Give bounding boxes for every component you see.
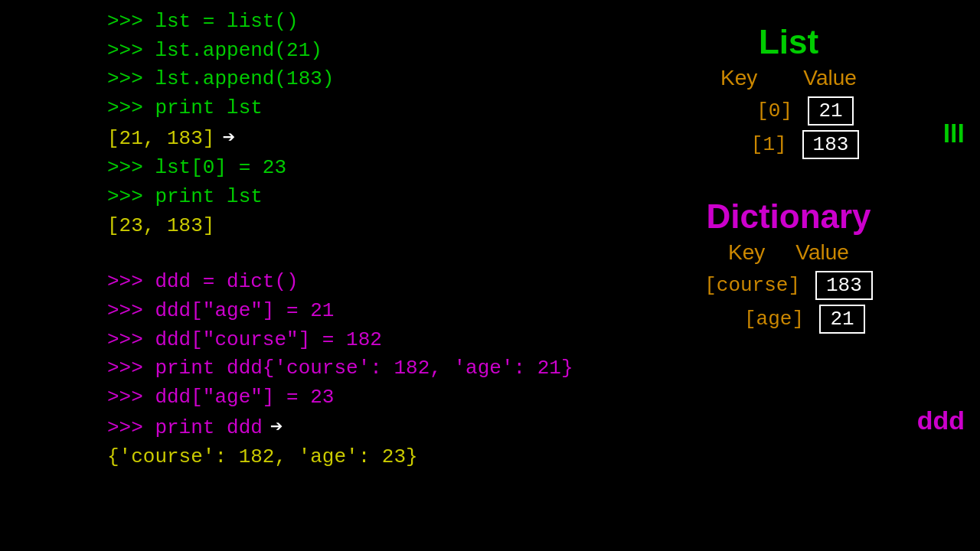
- row-key: [1]: [718, 133, 787, 156]
- dict-rows: [course] 183 [age] 21: [643, 271, 934, 334]
- row-key: [0]: [724, 99, 792, 122]
- code-line: >>> lst.append(21): [107, 37, 590, 66]
- row-value: 21: [808, 96, 854, 126]
- dict-row: [age] 21: [643, 305, 934, 334]
- code-line: >>> lst.append(183): [107, 65, 590, 94]
- code-line: >>> lst = list(): [107, 8, 590, 37]
- dict-col-value: Value: [795, 240, 849, 265]
- code-line: >>> ddd["age"] = 21: [107, 297, 590, 326]
- code-line: >>> print lst: [107, 94, 590, 123]
- list-row: [1] 183: [643, 130, 934, 159]
- row-key: [age]: [712, 308, 804, 331]
- code-line: {'course': 182, 'age': 23}: [107, 443, 590, 472]
- dict-code-block: >>> ddd = dict()>>> ddd["age"] = 21>>> d…: [107, 268, 590, 472]
- list-rows: [0] 21 [1] 183: [643, 96, 934, 159]
- dict-col-headers: Key Value: [643, 240, 934, 265]
- list-title: List: [643, 23, 934, 61]
- list-col-headers: Key Value: [643, 66, 934, 90]
- code-line: [21, 183]➔: [107, 123, 590, 155]
- left-panel: >>> lst = list()>>> lst.append(21)>>> ls…: [107, 8, 590, 472]
- code-line: [23, 183]: [107, 212, 590, 241]
- code-line: >>> print ddd{'course': 182, 'age': 21}: [107, 354, 590, 383]
- dict-row: [course] 183: [643, 271, 934, 300]
- dict-section: Dictionary Key Value [course] 183 [age] …: [643, 197, 934, 334]
- code-line: >>> print lst: [107, 183, 590, 212]
- dict-title: Dictionary: [643, 197, 934, 236]
- list-section: List Key Value [0] 21 [1] 183: [643, 23, 934, 159]
- list-var-label: lll: [943, 119, 965, 148]
- code-line: >>> ddd["age"] = 23: [107, 383, 590, 412]
- code-line: >>> ddd["course"] = 182: [107, 326, 590, 355]
- row-value: 183: [802, 130, 860, 159]
- dict-col-key: Key: [728, 240, 765, 265]
- dict-var-label: ddd: [917, 406, 965, 435]
- code-line: >>> ddd = dict(): [107, 268, 590, 297]
- list-code-block: >>> lst = list()>>> lst.append(21)>>> ls…: [107, 8, 590, 240]
- row-value: 183: [815, 271, 873, 300]
- right-panel: List Key Value [0] 21 [1] 183 Dictionary…: [643, 23, 934, 338]
- code-line: >>> lst[0] = 23: [107, 154, 590, 183]
- row-value: 21: [819, 305, 865, 334]
- row-key: [course]: [704, 274, 800, 297]
- code-line: >>> print ddd➔: [107, 412, 590, 444]
- list-col-value: Value: [803, 66, 857, 90]
- list-col-key: Key: [720, 66, 757, 90]
- list-row: [0] 21: [643, 96, 934, 126]
